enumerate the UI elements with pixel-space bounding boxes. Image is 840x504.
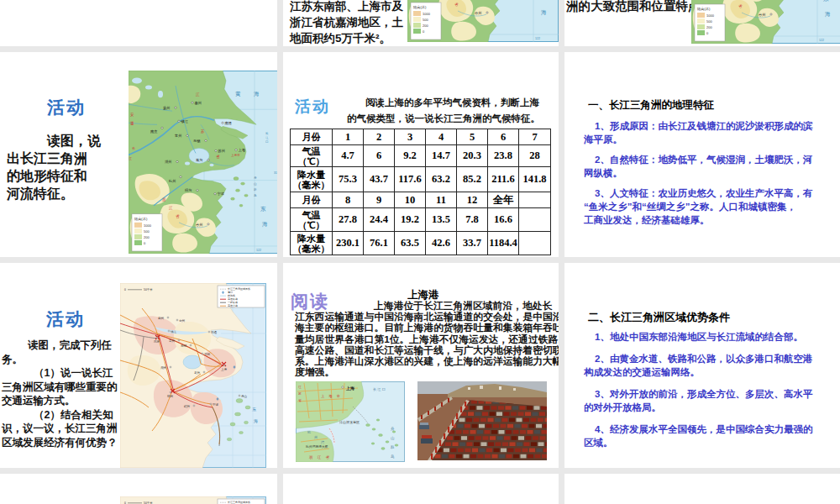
slide-thumb-region-intro[interactable]: 江苏东南部、上海市及浙江省杭嘉湖地区，土地面积约5万千米²。 — [283, 0, 559, 46]
text-line: 1、形成原因：由长江及钱塘江的泥沙淤积形成的滨 — [584, 119, 812, 133]
text-line: 1、地处中国东部沿海地区与长江流域的结合部。 — [584, 330, 812, 344]
text-line: 的气候类型，说一说长江三角洲的气候特征。 — [347, 111, 540, 127]
slide-thumb-reading-port[interactable]: 阅读 上海港 上海港位于长江三角洲区域前沿，地处长江东西运输通道与中国沿海南北运… — [283, 263, 559, 468]
map-legend: 陆高(米) 1000 500 200 0 — [695, 4, 725, 41]
port-photo — [417, 381, 547, 460]
topo-map-svg: 扬州泰州南通南京镇江常州无锡苏州上海湖州嘉兴杭州绍兴宁波台州 安徽 江苏省 浙江… — [691, 0, 840, 44]
svg-text:台州: 台州 — [196, 223, 202, 227]
table-cell: 全年 — [488, 192, 519, 208]
table-cell: 7 — [519, 129, 551, 145]
svg-text:宁波: 宁波 — [213, 402, 219, 407]
slide-thumb-next-mid[interactable] — [283, 474, 559, 504]
text-line: （1）说一说长江 — [2, 366, 118, 381]
table-cell: 16.6 — [488, 208, 519, 232]
svg-text:0: 0 — [124, 288, 126, 291]
transport-map-svg: 扬州泰州南京镇江常州南通无锡苏州上海湖州嘉兴杭州绍兴宁波舟山 东 海 0 50千… — [120, 283, 266, 468]
table-row-label: 降水量（毫米） — [291, 167, 333, 192]
svg-text:台州: 台州 — [475, 11, 481, 15]
text-line: 地面积约5万千米²。 — [290, 30, 403, 46]
slide-text-block: 读图，完成下列任务。（1）说一说长江三角洲区域有哪些重要的交通运输方式。（2）结… — [2, 339, 118, 449]
slide-title: 一、长江三角洲的地理特征 — [588, 98, 714, 113]
svg-text:苏: 苏 — [298, 391, 302, 396]
table-cell: 8 — [333, 192, 364, 208]
text-line: 2、自然特征：地势低平，气候湿润，土壤肥沃，河 — [584, 153, 812, 166]
svg-text:州: 州 — [314, 435, 318, 439]
svg-text:常州: 常州 — [169, 339, 176, 343]
svg-text:群: 群 — [254, 188, 257, 192]
slide-body: 1、地处中国东部沿海地区与长江流域的结合部。2、由黄金水道、铁路和公路，以众多港… — [584, 330, 812, 458]
svg-text:杭州: 杭州 — [166, 394, 174, 398]
svg-text:上海: 上海 — [345, 386, 354, 391]
svg-text:200: 200 — [144, 235, 150, 239]
table-cell: 28 — [519, 145, 551, 167]
svg-text:江: 江 — [129, 156, 132, 160]
svg-text:杭州: 杭州 — [168, 179, 176, 183]
svg-text:1000: 1000 — [144, 223, 152, 228]
svg-text:嘉兴: 嘉兴 — [196, 158, 203, 162]
svg-text:500: 500 — [144, 229, 150, 234]
topo-map-svg: 扬州泰州南通南京镇江常州无锡苏州上海湖州嘉兴杭州绍兴宁波台州 安徽 江苏省 浙江… — [129, 71, 277, 254]
slide-thumb-geo-features[interactable]: 一、长江三角洲的地理特征 1、形成原因：由长江及钱塘江的泥沙淤积形成的滨海平原。… — [564, 52, 840, 257]
paragraph: 4、经济发展水平全国领先，是中国综合实力最强的区域。 — [584, 423, 812, 449]
slide-thumb-next-right[interactable] — [564, 474, 840, 504]
text-line: 洲的大致范围和位置特点。 — [566, 0, 712, 14]
svg-text:200: 200 — [706, 25, 712, 29]
text-line: 3、对外开放的前沿，形成全方位、多层次、高水平 — [584, 387, 812, 401]
svg-text:镇江: 镇江 — [170, 330, 177, 333]
slide-thumb-advantages[interactable]: 二、长江三角洲区域优势条件 1、地处中国东部沿海地区与长江流域的结合部。2、由黄… — [564, 263, 840, 468]
svg-text:122: 122 — [535, 37, 540, 40]
svg-text:泰州: 泰州 — [179, 319, 186, 323]
slide-thumb-scope-intro[interactable]: 洲的大致范围和位置特点。 扬州泰州南通南京镇江常州无锡苏州上海 — [564, 0, 840, 46]
topo-map: 扬州泰州南通南京镇江常州无锡苏州上海湖州嘉兴杭州绍兴宁波台州 安徽 江苏省 浙江… — [407, 0, 559, 42]
svg-text:苏州: 苏州 — [218, 149, 225, 153]
text-line: 度增强。 — [295, 367, 559, 378]
svg-text:上 海 市: 上 海 市 — [321, 394, 342, 398]
svg-text:122: 122 — [819, 39, 824, 42]
text-line: 江苏东南部、上海市及 — [290, 0, 403, 14]
svg-text:海: 海 — [254, 418, 258, 424]
svg-text:南通: 南通 — [225, 121, 232, 125]
slide-thumb-activity-climate[interactable]: 活动 阅读上海的多年平均气候资料，判断上海的气候类型，说一说长江三角洲的气候特征… — [283, 52, 559, 257]
table-cell: 13.5 — [426, 208, 457, 232]
slide-thumb-blank[interactable] — [0, 0, 277, 46]
table-cell: 19.2 — [395, 208, 426, 232]
slide-thumb-transport-next[interactable]: 扬州泰州南京镇江常州南通无锡苏州上海湖州嘉兴杭州绍兴宁波舟山 东 海 0 50千… — [0, 474, 277, 504]
text-line: 交通运输方式。 — [2, 394, 118, 408]
text-line: （2）结合相关知 — [2, 408, 118, 423]
svg-text:口: 口 — [265, 140, 269, 144]
text-line: “鱼米之乡”和“丝绸之乡”之称。人口和城镇密集， — [584, 200, 812, 213]
table-cell: 6 — [364, 145, 395, 167]
slide-text-block: 洲的大致范围和位置特点。 — [566, 0, 712, 14]
svg-text:海: 海 — [825, 11, 831, 18]
map-legend: 陆高(米) 1000 500 200 0 — [132, 214, 162, 251]
svg-text:洋山深水港区: 洋山深水港区 — [339, 420, 360, 424]
slide-thumb-activity-transport[interactable]: 活动 读图，完成下列任务。（1）说一说长江三角洲区域有哪些重要的交通运输方式。（… — [0, 263, 277, 468]
svg-text:上海: 上海 — [239, 148, 246, 152]
svg-text:省: 省 — [738, 4, 743, 8]
table-cell: 20.3 — [457, 145, 488, 167]
table-cell — [519, 192, 551, 208]
table-cell: 27.8 — [333, 208, 364, 232]
table-cell: 43.7 — [364, 167, 395, 192]
text-line: 区域发展经济有何优势？ — [2, 436, 118, 450]
table-cell: 1 — [333, 129, 364, 145]
paragraph: 3、对外开放的前沿，形成全方位、多层次、高水平的对外开放格局。 — [584, 387, 812, 414]
activity-badge: 活动 — [46, 307, 85, 331]
activity-badge: 活动 — [295, 96, 330, 118]
paragraph: 1、形成原因：由长江及钱塘江的泥沙淤积形成的滨海平原。 — [584, 119, 812, 146]
slide-thumb-activity-terrain[interactable]: 活动 读图，说出长江三角洲的地形特征和河流特征。 扬州 — [0, 52, 277, 257]
svg-text:1000: 1000 — [706, 13, 715, 18]
table-cell: 6 — [488, 129, 519, 145]
table-cell: 12 — [457, 192, 488, 208]
svg-text:省: 省 — [216, 155, 220, 159]
text-line: 构成发达的交通运输网络。 — [584, 365, 812, 379]
text-line: 三角洲区域有哪些重要的 — [2, 381, 118, 395]
svg-text:东: 东 — [252, 407, 256, 412]
climate-table-wrap: 月份1234567气温（℃）4.769.214.720.323.828降水量（毫… — [290, 129, 551, 255]
table-cell — [519, 232, 551, 255]
svg-text:江: 江 — [298, 385, 302, 389]
svg-text:高速公路: 高速公路 — [228, 304, 238, 307]
slide-text-block: 读图，说出长江三角洲的地形特征和河流特征。 — [7, 132, 101, 202]
svg-text:陆高(米): 陆高(米) — [697, 7, 711, 11]
svg-text:江: 江 — [169, 206, 173, 210]
